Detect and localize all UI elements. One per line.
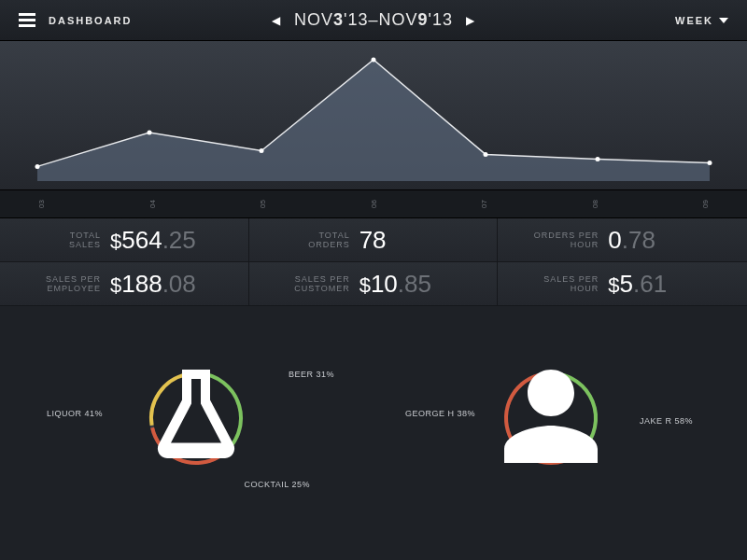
drink-donut: LIQUOR 41%BEER 31%COCKTAIL 25% [56, 343, 336, 493]
kpi-label: SALES PERHOUR [520, 274, 599, 294]
svg-point-2 [260, 148, 264, 153]
kpi-0: TOTALSALES$564.25 [0, 218, 249, 262]
donut-slice-label: JAKE R 58% [640, 416, 693, 426]
x-tick: 07 [480, 200, 488, 208]
svg-point-4 [484, 152, 488, 157]
chevron-down-icon [719, 18, 728, 23]
kpi-label: TOTALSALES [22, 231, 101, 250]
donut-row: LIQUOR 41%BEER 31%COCKTAIL 25% GEORGE H … [0, 306, 747, 530]
kpi-value: $564.25 [110, 226, 196, 255]
kpi-1: TOTALORDERS78 [249, 218, 499, 262]
kpi-value: $188.08 [110, 270, 196, 299]
kpi-value: 78 [359, 226, 387, 255]
svg-point-5 [596, 157, 600, 161]
period-label: WEEK [675, 15, 713, 26]
kpi-grid: TOTALSALES$564.25TOTALORDERS78ORDERS PER… [0, 218, 747, 306]
kpi-5: SALES PERHOUR$5.61 [498, 262, 747, 306]
period-dropdown[interactable]: WEEK [675, 15, 728, 26]
x-tick: 08 [591, 200, 599, 208]
top-bar: DASHBOARD ◀ NOV3'13–NOV9'13 ▶ WEEK [0, 0, 747, 41]
date-range-picker[interactable]: ◀ NOV3'13–NOV9'13 ▶ [272, 10, 475, 30]
flask-icon [140, 360, 252, 476]
kpi-value: $5.61 [608, 270, 667, 299]
person-icon [495, 360, 607, 476]
x-tick: 03 [37, 200, 46, 208]
prev-period-icon[interactable]: ◀ [272, 14, 281, 27]
chart-x-axis: 03040506070809 [0, 190, 747, 218]
svg-point-3 [372, 58, 376, 63]
kpi-value: $10.85 [359, 270, 431, 299]
svg-point-0 [35, 164, 40, 169]
x-tick: 05 [259, 200, 267, 208]
kpi-label: TOTALORDERS [272, 231, 350, 250]
date-range-text: NOV3'13–NOV9'13 [294, 10, 453, 30]
sales-line-chart [0, 41, 747, 190]
svg-point-1 [148, 131, 152, 135]
kpi-value: 0.78 [608, 226, 655, 255]
staff-donut: GEORGE H 38%JAKE R 58% [411, 343, 691, 493]
next-period-icon[interactable]: ▶ [466, 14, 475, 27]
donut-slice-label: LIQUOR 41% [47, 409, 103, 418]
svg-point-6 [708, 161, 712, 165]
kpi-label: ORDERS PERHOUR [520, 231, 599, 250]
menu-icon[interactable] [19, 13, 35, 27]
donut-slice-label: COCKTAIL 25% [244, 480, 310, 489]
kpi-4: SALES PERCUSTOMER$10.85 [249, 262, 499, 306]
kpi-2: ORDERS PERHOUR0.78 [498, 218, 747, 262]
x-tick: 09 [701, 200, 710, 208]
x-tick: 04 [148, 200, 156, 208]
x-tick: 06 [370, 200, 378, 208]
donut-slice-label: BEER 31% [289, 370, 334, 379]
donut-slice-label: GEORGE H 38% [405, 409, 475, 418]
kpi-label: SALES PERCUSTOMER [272, 274, 350, 294]
kpi-label: SALES PEREMPLOYEE [22, 274, 101, 294]
page-title: DASHBOARD [49, 15, 133, 26]
kpi-3: SALES PEREMPLOYEE$188.08 [0, 262, 249, 306]
